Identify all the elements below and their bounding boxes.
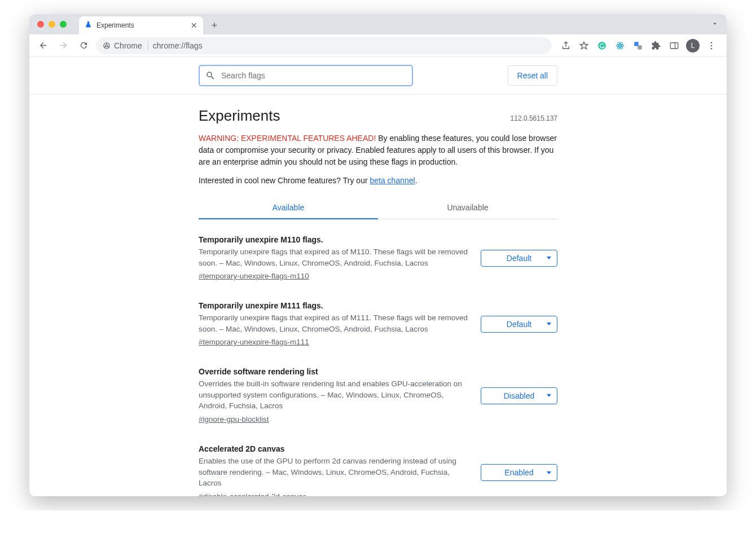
flag-anchor-link[interactable]: #temporary-unexpire-flags-m110 <box>199 272 309 280</box>
extensions-button[interactable] <box>650 39 662 52</box>
share-icon[interactable] <box>560 39 572 52</box>
flag-title: Temporarily unexpire M111 flags. <box>199 301 469 310</box>
svg-point-13 <box>711 47 713 49</box>
close-tab-button[interactable]: ✕ <box>191 21 197 30</box>
tab-unavailable[interactable]: Unavailable <box>378 196 557 219</box>
page-content: Reset all Experiments 112.0.5615.137 WAR… <box>29 57 727 496</box>
flask-icon <box>85 21 92 30</box>
window-controls <box>37 21 67 28</box>
url-text: chrome://flags <box>153 41 203 50</box>
flag-description: Temporarily unexpire flags that expired … <box>199 246 469 268</box>
profile-avatar[interactable]: L <box>686 39 700 52</box>
extension-react-icon[interactable] <box>614 39 626 52</box>
browser-toolbar: Chrome chrome://flags L <box>29 34 727 57</box>
flag-select[interactable]: Default <box>481 250 557 267</box>
tab-available[interactable]: Available <box>199 196 378 219</box>
sidepanel-button[interactable] <box>668 39 680 52</box>
menu-button[interactable] <box>705 39 718 52</box>
minimize-window-button[interactable] <box>49 21 55 28</box>
browser-tab[interactable]: Experiments ✕ <box>79 16 203 34</box>
search-icon <box>205 70 216 81</box>
beta-text: Interested in cool new Chrome features? … <box>199 176 557 185</box>
reload-button[interactable] <box>76 38 91 54</box>
tab-title: Experiments <box>96 21 134 29</box>
toolbar-actions: L <box>556 39 721 52</box>
flag-row: Override software rendering list Overrid… <box>199 367 557 424</box>
address-bar[interactable]: Chrome chrome://flags <box>96 37 552 54</box>
maximize-window-button[interactable] <box>60 21 67 28</box>
page-title: Experiments <box>199 107 280 125</box>
flag-description: Temporarily unexpire flags that expired … <box>199 312 469 334</box>
flag-select[interactable]: Default <box>481 316 557 333</box>
flag-title: Override software rendering list <box>199 367 469 376</box>
search-box[interactable] <box>199 65 413 86</box>
tabs: Available Unavailable <box>199 196 557 219</box>
flag-anchor-link[interactable]: #temporary-unexpire-flags-m111 <box>199 338 309 346</box>
close-window-button[interactable] <box>37 21 44 28</box>
back-button[interactable] <box>35 38 51 54</box>
svg-rect-8 <box>638 45 642 50</box>
flag-description: Enables the use of the GPU to perform 2d… <box>199 456 469 489</box>
version-label: 112.0.5615.137 <box>511 114 557 122</box>
search-input[interactable] <box>221 71 406 80</box>
browser-window: Experiments ✕ + Chrome chrome://flags L <box>29 14 727 496</box>
search-row: Reset all <box>29 57 727 95</box>
svg-point-12 <box>711 45 713 46</box>
flags-list: Temporarily unexpire M110 flags. Tempora… <box>199 219 557 496</box>
flag-row: Temporarily unexpire M111 flags. Tempora… <box>199 301 557 347</box>
bookmark-icon[interactable] <box>578 39 590 52</box>
warning-text: WARNING: EXPERIMENTAL FEATURES AHEAD! By… <box>199 133 557 168</box>
forward-button[interactable] <box>55 38 71 54</box>
flag-anchor-link[interactable]: #disable-accelerated-2d-canvas <box>199 492 306 496</box>
site-chip-label: Chrome <box>114 41 142 50</box>
new-tab-button[interactable]: + <box>206 17 222 33</box>
svg-point-3 <box>619 45 621 46</box>
flag-row: Temporarily unexpire M110 flags. Tempora… <box>199 235 557 281</box>
extension-grammarly-icon[interactable] <box>596 39 608 52</box>
site-chip: Chrome <box>103 41 148 50</box>
beta-channel-link[interactable]: beta channel <box>370 176 415 185</box>
titlebar: Experiments ✕ + <box>29 14 727 34</box>
flag-description: Overrides the built-in software renderin… <box>199 378 469 412</box>
experiments-body: Experiments 112.0.5615.137 WARNING: EXPE… <box>199 95 557 496</box>
flag-select[interactable]: Enabled <box>481 464 557 481</box>
flag-select[interactable]: Disabled <box>481 387 557 404</box>
flag-anchor-link[interactable]: #ignore-gpu-blocklist <box>199 415 269 423</box>
flag-title: Temporarily unexpire M110 flags. <box>199 235 469 244</box>
flag-title: Accelerated 2D canvas <box>199 444 469 453</box>
reset-all-button[interactable]: Reset all <box>508 65 557 86</box>
flag-row: Accelerated 2D canvas Enables the use of… <box>199 444 557 496</box>
chrome-icon <box>103 42 111 50</box>
extension-translate-icon[interactable] <box>632 39 644 52</box>
svg-point-11 <box>711 42 713 43</box>
svg-point-1 <box>106 44 108 46</box>
svg-rect-9 <box>670 42 678 48</box>
tabs-dropdown-button[interactable] <box>711 20 719 30</box>
